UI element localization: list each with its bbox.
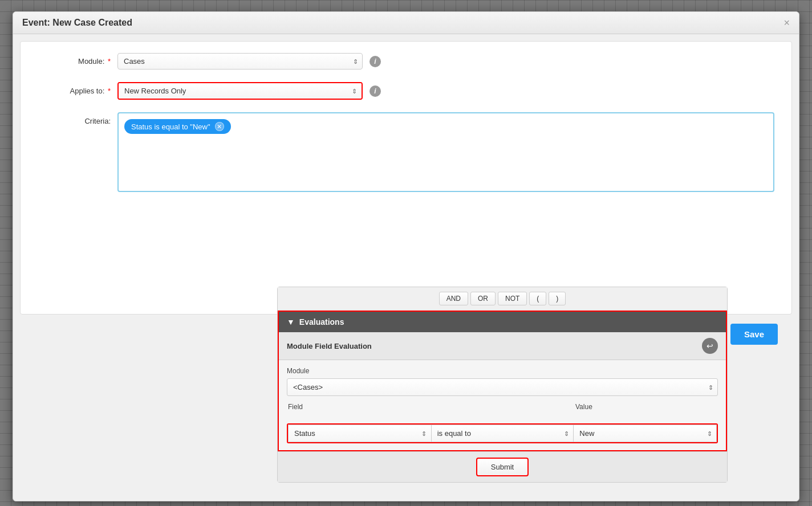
bottom-panel: AND OR NOT ( ) ▼ Evaluations Module Fiel… <box>277 287 728 483</box>
criteria-tag[interactable]: Status is equal to "New" ✕ <box>124 119 231 134</box>
submit-row: Submit <box>278 451 727 482</box>
module-control-wrapper: Cases <box>117 53 363 70</box>
module-field-select-wrapper: <Cases> <box>287 378 718 396</box>
module-select[interactable]: Cases <box>117 53 363 70</box>
go-button[interactable]: ↩ <box>702 338 718 354</box>
value-col: New <box>574 425 717 442</box>
submit-button[interactable]: Submit <box>476 458 529 476</box>
save-button[interactable]: Save <box>730 324 778 345</box>
field-col: Status <box>288 425 431 442</box>
criteria-label: Criteria: <box>38 112 117 125</box>
field-section: Module <Cases> Field Value <box>279 360 726 450</box>
field-labels-row: Field Value <box>287 403 718 417</box>
operator-select[interactable]: is equal to <box>431 425 574 442</box>
value-col-label: Value <box>574 403 718 413</box>
field-row: Status is equal to <box>287 423 718 443</box>
field-col-label: Field <box>287 403 431 413</box>
evaluations-arrow-icon: ▼ <box>287 317 295 327</box>
applies-to-select-wrapper: New Records Only <box>119 83 362 99</box>
value-select-wrapper: New <box>574 425 717 442</box>
applies-to-highlight: New Records Only <box>117 82 363 100</box>
not-button[interactable]: NOT <box>498 292 527 305</box>
applies-to-label: Applies to: * <box>38 87 117 95</box>
evaluations-header: ▼ Evaluations <box>279 312 726 332</box>
applies-to-info-icon[interactable]: i <box>370 85 381 97</box>
or-button[interactable]: OR <box>470 292 496 305</box>
value-select[interactable]: New <box>574 425 717 442</box>
applies-to-select[interactable]: New Records Only <box>119 83 362 99</box>
operator-select-wrapper: is equal to <box>431 425 574 442</box>
dialog-title: Event: New Case Created <box>22 18 132 28</box>
applies-to-required-star: * <box>108 87 111 95</box>
criteria-tag-close-btn[interactable]: ✕ <box>215 122 224 131</box>
field-select[interactable]: Status <box>288 425 431 442</box>
evaluations-section: ▼ Evaluations Module Field Evaluation ↩ … <box>278 311 727 451</box>
logic-toolbar: AND OR NOT ( ) <box>278 287 727 311</box>
module-label: Module: * <box>38 57 117 66</box>
field-select-wrapper: Status <box>288 425 431 442</box>
criteria-tag-text: Status is equal to "New" <box>131 123 210 131</box>
dialog-header: Event: New Case Created × <box>13 12 799 34</box>
applies-to-row: Applies to: * New Records Only i <box>38 82 774 100</box>
close-paren-button[interactable]: ) <box>549 292 566 305</box>
event-dialog: Event: New Case Created × Module: * Case… <box>13 11 799 501</box>
operator-col-label <box>431 403 574 413</box>
module-field-evaluation-label: Module Field Evaluation <box>287 342 372 350</box>
module-info-icon[interactable]: i <box>370 56 381 67</box>
close-button[interactable]: × <box>783 18 790 28</box>
module-field-select[interactable]: <Cases> <box>287 378 718 396</box>
criteria-box: Status is equal to "New" ✕ <box>117 112 774 192</box>
evaluations-subheader: Module Field Evaluation ↩ <box>279 332 726 360</box>
evaluations-title: Evaluations <box>299 317 344 327</box>
module-select-wrapper: Cases <box>117 53 363 70</box>
applies-to-control-wrapper: New Records Only <box>117 82 363 100</box>
criteria-row: Criteria: Status is equal to "New" ✕ <box>38 112 774 192</box>
module-row: Module: * Cases i <box>38 53 774 70</box>
module-field-label: Module <box>287 367 718 375</box>
open-paren-button[interactable]: ( <box>529 292 546 305</box>
operator-col: is equal to <box>431 425 574 442</box>
module-required-star: * <box>108 57 111 66</box>
dialog-body: Module: * Cases i Applies to: * <box>20 41 792 315</box>
and-button[interactable]: AND <box>439 292 468 305</box>
